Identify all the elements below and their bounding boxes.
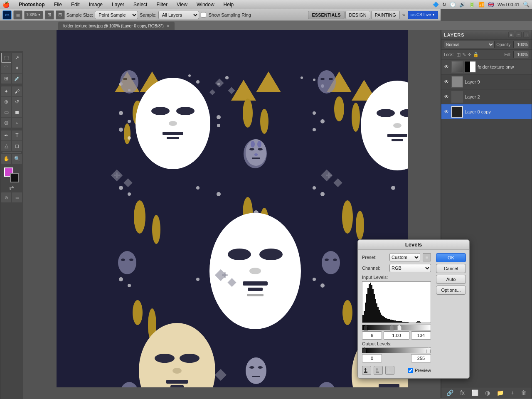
layer-visibility-2-icon[interactable]: 👁 [443,94,450,100]
output-black-thumb[interactable] [362,347,367,353]
svg-point-11 [260,109,268,134]
show-sampling-checkbox[interactable] [201,12,206,17]
add-mask-icon[interactable]: ⬜ [471,389,478,396]
quick-mask-btn[interactable]: ⊙ [1,192,11,202]
file-menu[interactable]: File [52,1,64,8]
dodge-tool[interactable]: ○ [12,118,22,128]
background-color[interactable] [10,173,19,182]
blend-mode-select[interactable]: Normal Multiply Screen Overlay [444,41,495,48]
auto-button[interactable]: Auto [436,275,466,284]
output-white-level[interactable]: 255 [411,354,431,362]
layer-item-0copy[interactable]: 👁 Layer 0 copy [441,104,532,119]
move-tool[interactable]: ↗ [12,53,22,63]
tab-close-icon[interactable]: ✕ [166,24,170,28]
filter-menu[interactable]: Filter [155,1,169,8]
eraser-tool[interactable]: ▭ [1,107,11,117]
lock-all-icon[interactable]: 🔒 [473,52,479,57]
link-layers-icon[interactable]: 🔗 [446,389,453,396]
arrangement-btn2[interactable]: ⊟ [56,10,65,20]
set-white-point-btn[interactable] [385,366,394,375]
edit-menu[interactable]: Edit [69,1,81,8]
preset-options-icon[interactable]: ≡ [423,253,431,261]
svg-point-29 [225,76,229,79]
layer-visibility-0copy-icon[interactable]: 👁 [443,108,450,115]
magic-wand-tool[interactable]: ✦ [12,63,22,73]
svg-rect-192 [420,322,421,323]
layer-visibility-icon[interactable]: 👁 [443,64,450,70]
layers-collapse-btn[interactable]: − [516,32,522,38]
select-menu[interactable]: Select [132,1,149,8]
layers-expand-btn[interactable]: □ [523,32,529,38]
image-menu[interactable]: Image [87,1,104,8]
input-gamma-level[interactable]: 1.00 [384,331,409,340]
layers-panel-menu[interactable]: ≡ [508,32,514,38]
design-btn[interactable]: DESIGN [345,11,370,19]
arrangement-btn[interactable]: ⊞ [45,10,54,20]
opacity-input[interactable] [513,41,529,48]
marquee-tool[interactable]: ⬚ [1,53,11,63]
document-canvas[interactable] [57,30,408,387]
new-layer-icon[interactable]: + [511,389,514,396]
sample-select[interactable]: All Layers Current Layer [158,11,199,19]
input-white-level[interactable]: 134 [411,331,431,340]
brush-tool[interactable]: 🖌 [12,86,22,96]
lasso-tool[interactable]: ⌒ [1,63,11,73]
path-tool[interactable]: △ [1,141,11,151]
options-button[interactable]: Options... [436,286,466,295]
add-style-icon[interactable]: fx [460,389,465,396]
input-white-thumb[interactable] [397,325,401,330]
standard-mode-btn[interactable]: ▭ [12,192,22,202]
preset-select[interactable]: Custom Default Darker Lighter [389,253,420,261]
output-black-level[interactable]: 0 [362,354,382,362]
lock-pixels-icon[interactable]: ✎ [462,52,466,57]
ok-button[interactable]: OK [436,253,466,262]
eyedropper-tool[interactable]: 💉 [12,74,22,84]
clone-tool[interactable]: ⊕ [1,97,11,107]
document-tab[interactable]: folder texture bnw.jpg @ 100% (Layer 0 c… [58,22,175,30]
cancel-button[interactable]: Cancel [436,264,466,273]
layer-visibility-9-icon[interactable]: 👁 [443,79,450,85]
swap-colors-icon[interactable]: ⇄ [9,185,14,191]
search-icon[interactable]: 🔍 [523,1,530,7]
layer-item-9[interactable]: 👁 Layer 9 [441,74,532,89]
gradient-tool[interactable]: ◼ [12,107,22,117]
pen-tool[interactable]: ✒ [1,131,11,140]
apple-menu-icon[interactable]: 🍎 [2,1,10,8]
history-brush[interactable]: ↺ [12,97,22,107]
blur-tool[interactable]: ◍ [1,118,11,128]
painting-btn[interactable]: PAINTING [371,11,400,19]
hand-tool[interactable]: ✋ [1,154,11,164]
window-menu[interactable]: Window [195,1,216,8]
expand-icon[interactable]: » [401,11,407,19]
zoom-control[interactable]: 100%▼ [24,11,43,19]
new-adjustment-icon[interactable]: ◑ [485,389,490,396]
heal-tool[interactable]: ✦ [1,86,11,96]
input-mid-thumb[interactable] [390,325,394,330]
input-black-thumb[interactable] [364,325,368,330]
zoom-tool[interactable]: 🔍 [12,154,22,164]
mode-selector[interactable]: ▤ [13,10,22,20]
lock-position-icon[interactable]: ✛ [468,52,471,57]
output-white-thumb[interactable] [426,347,431,353]
layer-menu[interactable]: Layer [110,1,126,8]
crop-tool[interactable]: ⊞ [1,74,11,84]
layer-item-folder[interactable]: 👁 folder texture bnw [441,59,532,74]
delete-layer-icon[interactable]: 🗑 [521,389,527,396]
essentials-btn[interactable]: ESSENTIALS [308,11,344,19]
cs-live-btn[interactable]: CS CS Live ▼ [408,11,438,19]
text-tool[interactable]: T [12,131,22,140]
preview-checkbox[interactable] [408,368,413,373]
fill-input[interactable] [513,51,529,58]
svg-point-39 [217,115,221,119]
lock-transparent-icon[interactable]: ◫ [456,52,461,57]
input-black-level[interactable]: 6 [362,331,382,340]
set-gray-point-btn[interactable] [374,366,383,375]
channel-select[interactable]: RGB Red Green Blue [389,264,431,272]
help-menu[interactable]: Help [222,1,236,8]
view-menu[interactable]: View [175,1,189,8]
shape-tool[interactable]: ◻ [12,141,22,151]
layer-item-2[interactable]: 👁 Layer 2 [441,89,532,104]
new-folder-icon[interactable]: 📁 [497,389,504,396]
sample-size-select[interactable]: Point Sample 3 by 3 Average 5 by 5 Avera… [95,11,138,19]
set-black-point-btn[interactable] [362,366,371,375]
